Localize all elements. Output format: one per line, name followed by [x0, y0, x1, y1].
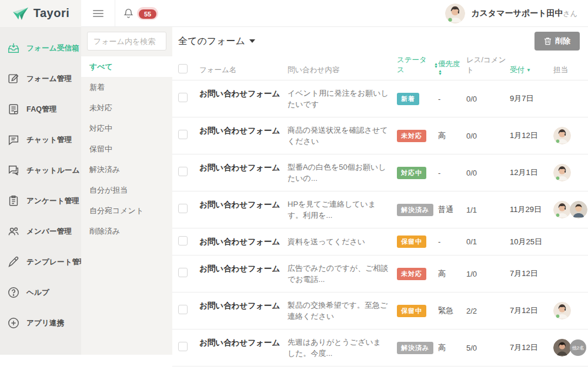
row-checkbox[interactable] [178, 204, 188, 213]
received-date: 10月25日 [510, 237, 553, 247]
table-row[interactable]: お問い合わせフォーム先週はありがとうございました。今度...解決済み高5/07月… [172, 329, 588, 366]
sidebar-item-template[interactable]: テンプレート管理 [0, 247, 81, 277]
user-name-suffix: さん [563, 9, 577, 18]
res-comment-count: 2/2 [466, 307, 510, 315]
received-date: 7月12日 [510, 268, 553, 279]
status-badge: 未対応 [397, 268, 426, 280]
row-checkbox[interactable] [178, 130, 188, 139]
status-badge: 新着 [397, 93, 419, 105]
filter-item[interactable]: 新着 [81, 77, 172, 97]
sidebar-item-apps[interactable]: アプリ連携 [0, 308, 81, 338]
sidebar-item-survey[interactable]: アンケート管理 [0, 186, 81, 216]
survey-icon [7, 194, 20, 207]
sidebar-nav: フォーム受信箱1フォーム管理FAQ管理チャット管理チャットルームアンケート管理メ… [0, 27, 81, 355]
assignee-avatar [553, 201, 571, 218]
assignee-avatar [553, 164, 571, 181]
brand-logo[interactable]: Tayori [0, 0, 81, 27]
column-header-received[interactable]: 受付 ▼ [510, 65, 553, 75]
sidebar-item-chat-room[interactable]: チャットルーム [0, 155, 81, 186]
filter-item[interactable]: 対応中 [81, 118, 172, 139]
extra-assignees-badge: 他2名 [570, 339, 586, 356]
table-row[interactable]: お問い合わせフォームイベント用に発注をお願いしたいです新着-0/09月7日 [172, 80, 588, 117]
sidebar-item-faq[interactable]: FAQ管理 [0, 94, 81, 125]
form-selector-dropdown[interactable]: 全てのフォーム [178, 35, 255, 48]
inquiry-text: 型番Aの白色を50個お願いしたいの... [288, 162, 397, 184]
table-row[interactable]: お問い合わせフォームお世話になっております。 [172, 366, 588, 370]
sidebar-item-label: メンバー管理 [26, 227, 72, 237]
notification-count: 55 [139, 9, 156, 19]
priority-value: 普通 [438, 204, 466, 215]
assignee-cell [553, 127, 588, 144]
priority-value: - [438, 237, 466, 246]
res-comment-count: 1/1 [466, 206, 510, 214]
filter-item[interactable]: すべて [81, 56, 172, 77]
form-name: お問い合わせフォーム [199, 263, 288, 274]
filter-item[interactable]: 解決済み [81, 159, 172, 180]
status-badge: 未対応 [397, 130, 426, 142]
sidebar-item-label: ヘルプ [26, 288, 49, 298]
delete-button-label: 削除 [555, 36, 570, 46]
column-header-priority[interactable]: 優先度 ▲▼ [438, 59, 466, 75]
table-row[interactable]: お問い合わせフォームHPを見てご連絡しています。利用を...解決済み普通1/11… [172, 191, 588, 228]
res-comment-count: 1/0 [466, 270, 510, 278]
filter-item[interactable]: 未対応 [81, 97, 172, 118]
received-date: 7月12日 [510, 342, 553, 353]
status-badge: 解決済み [397, 342, 433, 354]
sidebar-item-members[interactable]: メンバー管理 [0, 216, 81, 247]
status-badge: 保留中 [397, 305, 426, 317]
user-menu[interactable]: カスタマーサポート田中さん [445, 4, 588, 23]
sidebar-item-label: テンプレート管理 [26, 257, 87, 267]
table-row[interactable]: お問い合わせフォーム広告でみたのですが、ご相談でお電話...未対応高1/07月1… [172, 255, 588, 292]
row-checkbox[interactable] [178, 342, 188, 351]
inquiry-text: 広告でみたのですが、ご相談でお電話... [288, 263, 397, 285]
table-row[interactable]: お問い合わせフォーム資料を送ってください保留中-0/110月25日 [172, 228, 588, 255]
filter-item[interactable]: 自分が担当 [81, 180, 172, 200]
res-comment-count: 0/0 [466, 169, 510, 177]
sidebar-item-label: フォーム受信箱 [26, 43, 79, 53]
row-checkbox[interactable] [178, 268, 188, 277]
table-row[interactable]: お問い合わせフォーム商品の発送状況を確認させてください未対応高0/01月12日 [172, 117, 588, 154]
sort-icon: ▲▼ [434, 62, 438, 68]
row-checkbox[interactable] [178, 305, 188, 314]
menu-toggle-button[interactable] [81, 0, 115, 27]
column-header-status[interactable]: ステータス ▲▼ [397, 55, 438, 75]
sidebar-item-inbox[interactable]: フォーム受信箱1 [0, 33, 81, 63]
column-header-assignee: 担当 [553, 65, 588, 75]
filter-item[interactable]: 削除済み [81, 221, 172, 241]
row-checkbox[interactable] [178, 236, 188, 245]
table-row[interactable]: お問い合わせフォーム型番Aの白色を50個お願いしたいの...対応中-0/012月… [172, 154, 588, 191]
sort-icon: ▲▼ [438, 69, 442, 75]
row-checkbox[interactable] [178, 93, 188, 102]
template-icon [7, 255, 20, 268]
chevron-down-icon [249, 39, 255, 43]
delete-button[interactable]: 削除 [534, 32, 580, 51]
main-content: 全てのフォーム 削除 フォーム名 問い合わせ内容 ステータス [172, 27, 588, 370]
sidebar-item-label: チャット管理 [26, 135, 72, 145]
res-comment-count: 0/0 [466, 132, 510, 140]
assignee-avatar [553, 127, 571, 144]
table-row[interactable]: お問い合わせフォーム製品の交換希望です。至急ご連絡ください保留中緊急2/27月1… [172, 292, 588, 329]
sidebar-item-form-edit[interactable]: フォーム管理 [0, 63, 81, 94]
apps-icon [7, 317, 20, 329]
row-checkbox[interactable] [178, 167, 188, 176]
search-input[interactable] [87, 32, 166, 51]
form-name: お問い合わせフォーム [199, 337, 288, 348]
inquiry-text: 資料を送ってください [288, 236, 397, 247]
notification-badge: 55 [137, 7, 158, 20]
sidebar-item-help[interactable]: ヘルプ [0, 277, 81, 308]
filter-item[interactable]: 自分宛コメント [81, 200, 172, 221]
select-all-checkbox[interactable] [178, 64, 188, 73]
received-date: 12月1日 [510, 167, 553, 178]
chat-room-icon [7, 164, 20, 177]
toolbar: 全てのフォーム 削除 [172, 27, 588, 55]
help-icon [7, 286, 20, 299]
filter-item[interactable]: 保留中 [81, 139, 172, 159]
priority-value: - [438, 95, 466, 103]
sidebar-item-label: チャットルーム [26, 166, 80, 176]
notifications-button[interactable]: 55 [115, 0, 166, 27]
sidebar-item-label: アンケート管理 [26, 196, 79, 206]
res-comment-count: 0/1 [466, 237, 510, 246]
assignee-cell: 他2名 [553, 339, 588, 356]
sidebar-item-chat[interactable]: チャット管理 [0, 125, 81, 155]
inquiry-text: 先週はありがとうございました。今度... [288, 337, 397, 359]
